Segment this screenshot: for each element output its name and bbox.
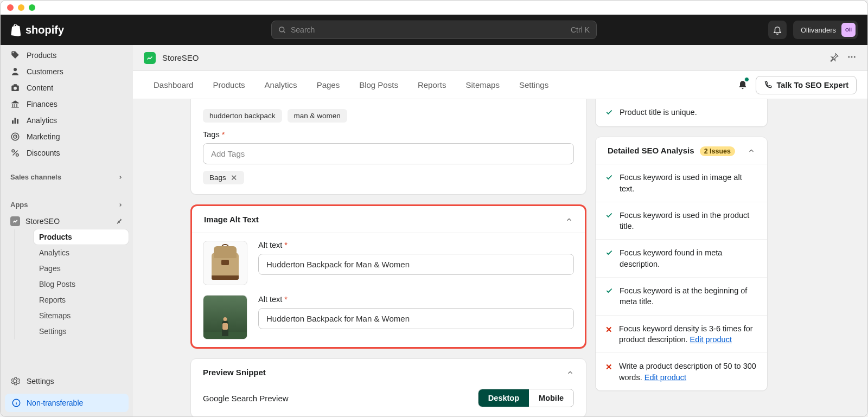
- user-menu[interactable]: Ollivanders Oll: [793, 21, 858, 39]
- tag-icon: [10, 50, 20, 60]
- alt-text-label: Alt text *: [258, 241, 574, 249]
- seo-text: Product title is unique.: [620, 107, 697, 118]
- search-input[interactable]: Search Ctrl K: [271, 21, 597, 39]
- subnav-analytics[interactable]: Analytics: [34, 245, 129, 260]
- center-column: hudderton backpack man & women Tags* Bag…: [190, 99, 586, 417]
- svg-line-14: [13, 151, 18, 156]
- trend-icon: [146, 55, 153, 61]
- alt-text-input[interactable]: [258, 254, 574, 275]
- nav-marketing[interactable]: Marketing: [5, 129, 129, 145]
- keyword-chip[interactable]: man & women: [288, 109, 347, 123]
- tab-analytics[interactable]: Analytics: [255, 71, 307, 99]
- section-label: Sales channels: [10, 173, 61, 181]
- tab-sitemaps[interactable]: Sitemaps: [456, 71, 509, 99]
- toggle-desktop[interactable]: Desktop: [478, 389, 529, 407]
- alt-text-input[interactable]: [258, 308, 574, 329]
- search-placeholder: Search: [291, 25, 315, 34]
- search-shortcut: Ctrl K: [571, 25, 590, 34]
- notification-dot: [744, 77, 749, 82]
- tab-products[interactable]: Products: [203, 71, 254, 99]
- talk-to-expert-button[interactable]: Talk To SEO Expert: [756, 76, 857, 94]
- camera-icon: [10, 83, 20, 93]
- tab-reports[interactable]: Reports: [408, 71, 456, 99]
- svg-point-20: [854, 56, 856, 58]
- subnav-blog[interactable]: Blog Posts: [34, 277, 129, 292]
- app-notifications-button[interactable]: [737, 78, 748, 92]
- mac-min-dot[interactable]: [18, 4, 24, 11]
- target-icon: [10, 132, 20, 142]
- check-icon: [605, 211, 613, 222]
- more-menu-button[interactable]: [847, 52, 857, 63]
- issues-badge: 2 Issues: [700, 146, 735, 156]
- card-title: Preview Snippet: [203, 368, 266, 377]
- alt-row: Alt text *: [192, 293, 585, 347]
- collapse-button[interactable]: [565, 216, 573, 223]
- keyword-chips: hudderton backpack man & women: [203, 109, 574, 123]
- seo-item: Focus keyword is at the beginning of met…: [596, 278, 767, 316]
- product-image-thumb[interactable]: [203, 241, 247, 285]
- seo-item: Focus keyword is used in the product tit…: [596, 202, 767, 240]
- phone-icon: [764, 81, 773, 89]
- remove-chip-icon[interactable]: ✕: [231, 174, 238, 182]
- dots-icon: [847, 52, 857, 62]
- nav-products[interactable]: Products: [5, 47, 129, 63]
- right-column: Product title is unique. Detailed SEO An…: [595, 99, 768, 417]
- tab-pages[interactable]: Pages: [307, 71, 350, 99]
- preview-snippet-card: Preview Snippet Google Search Preview De…: [190, 358, 586, 417]
- subnav-settings[interactable]: Settings: [34, 324, 129, 339]
- tab-settings[interactable]: Settings: [509, 71, 558, 99]
- notifications-button[interactable]: [768, 21, 787, 39]
- pin-app-button[interactable]: [829, 52, 839, 63]
- toggle-mobile[interactable]: Mobile: [529, 389, 573, 407]
- app-icon: [10, 216, 20, 226]
- app-title: StoreSEO: [162, 53, 199, 62]
- alt-text-label: Alt text *: [258, 295, 574, 304]
- card-header[interactable]: Preview Snippet: [191, 359, 586, 386]
- tab-dashboard[interactable]: Dashboard: [144, 71, 203, 99]
- pin-icon: [116, 217, 123, 224]
- card-header[interactable]: Detailed SEO Analysis 2 Issues: [596, 137, 767, 164]
- pin-button[interactable]: [116, 217, 123, 226]
- nav-content[interactable]: Content: [5, 80, 129, 96]
- bell-icon: [773, 25, 782, 35]
- card-header[interactable]: Image Alt Text: [192, 206, 585, 233]
- tags-label: Tags*: [203, 130, 574, 139]
- seo-item: Focus keyword found in meta description.: [596, 240, 767, 278]
- nav-label: Discounts: [27, 149, 60, 157]
- edit-product-link[interactable]: Edit product: [644, 373, 686, 382]
- mac-max-dot[interactable]: [29, 4, 35, 11]
- collapse-button[interactable]: [566, 369, 574, 376]
- section-apps[interactable]: Apps: [5, 196, 129, 213]
- nav-label: Content: [27, 84, 53, 92]
- svg-rect-8: [17, 119, 18, 124]
- main-area: StoreSEO Dashboard Products Analytics Pa…: [133, 45, 867, 417]
- subnav-reports[interactable]: Reports: [34, 292, 129, 307]
- section-label: Apps: [10, 201, 28, 209]
- subnav-pages[interactable]: Pages: [34, 261, 129, 276]
- nav-settings[interactable]: Settings: [5, 373, 129, 389]
- top-header: shopify Search Ctrl K Ollivanders Oll: [1, 15, 867, 45]
- section-sales-channels[interactable]: Sales channels: [5, 169, 129, 185]
- subnav-products[interactable]: Products: [34, 229, 129, 245]
- product-image-thumb[interactable]: [203, 295, 247, 339]
- mac-close-dot[interactable]: [7, 4, 14, 11]
- detailed-seo-card: Detailed SEO Analysis 2 Issues Focus key…: [595, 137, 768, 391]
- collapse-button[interactable]: [748, 147, 755, 155]
- nav-finances[interactable]: Finances: [5, 96, 129, 112]
- user-name: Ollivanders: [801, 26, 836, 34]
- app-label: StoreSEO: [25, 217, 60, 226]
- tag-chip[interactable]: Bags ✕: [203, 171, 244, 184]
- seo-text: Write a product description of 50 to 300…: [619, 361, 757, 383]
- subnav-sitemaps[interactable]: Sitemaps: [34, 308, 129, 323]
- nav-analytics[interactable]: Analytics: [5, 112, 129, 129]
- svg-point-12: [12, 150, 15, 152]
- percent-icon: [10, 148, 20, 158]
- tags-input[interactable]: [203, 143, 574, 164]
- nav-discounts[interactable]: Discounts: [5, 145, 129, 161]
- shopify-logo[interactable]: shopify: [10, 23, 64, 36]
- keyword-chip[interactable]: hudderton backpack: [203, 109, 282, 123]
- nav-customers[interactable]: Customers: [5, 63, 129, 80]
- edit-product-link[interactable]: Edit product: [690, 335, 732, 344]
- app-storeseo[interactable]: StoreSEO: [5, 213, 129, 229]
- tab-blog[interactable]: Blog Posts: [349, 71, 408, 99]
